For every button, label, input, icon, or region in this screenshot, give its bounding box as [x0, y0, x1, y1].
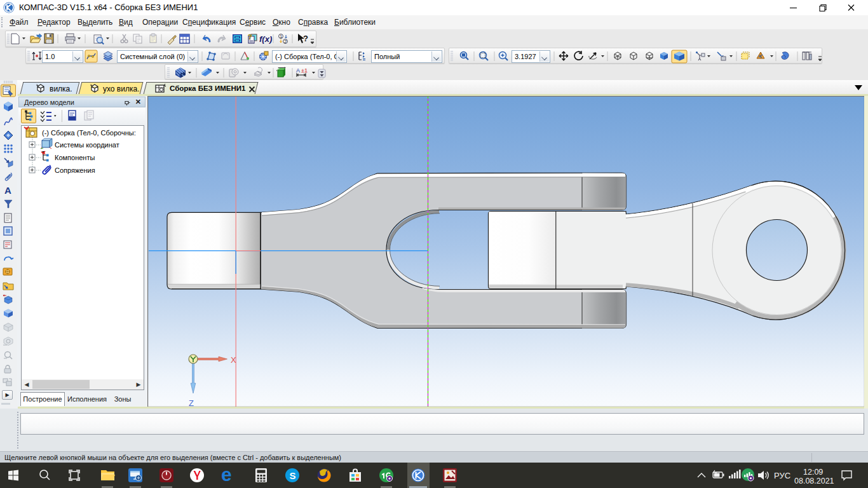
svg-text:2: 2 — [284, 39, 287, 44]
svg-text:Сопряжения: Сопряжения — [55, 166, 95, 174]
svg-text:РУС: РУС — [774, 471, 790, 480]
svg-text:?: ? — [248, 33, 252, 41]
svg-text:12:09: 12:09 — [803, 468, 823, 477]
svg-text:A: A — [4, 185, 11, 196]
svg-text:Компоненты: Компоненты — [55, 154, 95, 161]
svg-text:(-) Сборка (Тел-0, Сборочны:: (-) Сборка (Тел-0, Сборочны: — [42, 129, 136, 137]
svg-text:A: A — [296, 67, 300, 74]
svg-text:S: S — [290, 470, 296, 481]
svg-text:e: e — [221, 464, 232, 485]
svg-text:±1: ±1 — [301, 67, 308, 74]
svg-text:X: X — [231, 355, 236, 365]
svg-text:?: ? — [303, 34, 308, 43]
svg-text:f(x): f(x) — [259, 34, 272, 44]
svg-text:1: 1 — [280, 34, 282, 39]
svg-text:Системы координат: Системы координат — [55, 141, 119, 149]
svg-text:08.08.2021: 08.08.2021 — [794, 477, 834, 485]
